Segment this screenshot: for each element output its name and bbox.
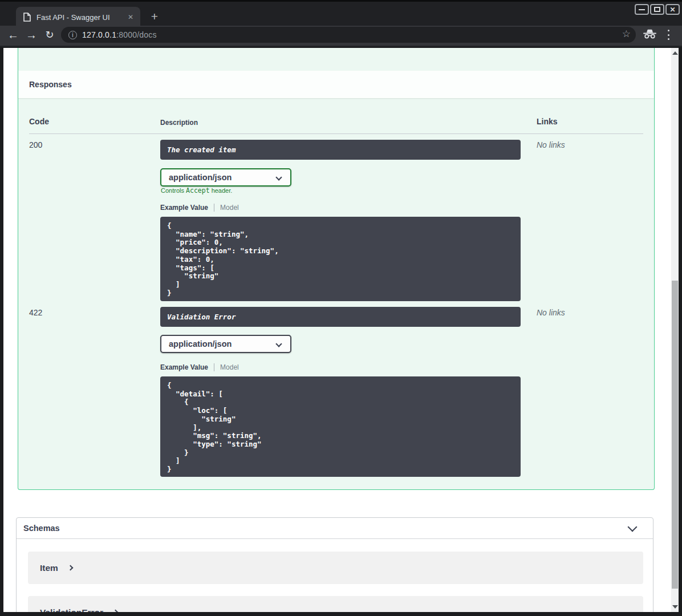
example-json-code: { "name": "string", "price": 0, "descrip… [167, 222, 521, 297]
tab-separator [214, 204, 214, 212]
bookmark-star-icon[interactable]: ☆ [622, 28, 631, 40]
example-json-422: { "detail": [ { "loc": [ "string" ], "ms… [160, 376, 521, 477]
example-model-tabs-422: Example Value Model [160, 363, 239, 371]
column-header-description: Description [160, 119, 198, 127]
browser-menu-button[interactable] [665, 30, 672, 40]
tab-separator [214, 363, 214, 371]
note-accept-code: Accept [186, 187, 210, 194]
response-description-422: Validation Error [160, 307, 521, 327]
chevron-down-icon [275, 341, 282, 347]
schemas-header[interactable]: Schemas [17, 518, 653, 539]
response-code-200: 200 [29, 140, 42, 149]
tab-example-value[interactable]: Example Value [160, 204, 208, 212]
window-minimize-button[interactable] [635, 4, 649, 15]
scrollbar-thumb[interactable] [672, 281, 678, 589]
site-info-icon[interactable]: i [68, 31, 77, 39]
controls-accept-note: Controls Accept header. [161, 187, 232, 194]
model-item[interactable]: Item [28, 552, 643, 584]
window-maximize-button[interactable] [650, 4, 664, 15]
forward-button[interactable]: → [24, 27, 39, 42]
browser-tab[interactable]: Fast API - Swagger UI ✕ [16, 7, 140, 27]
chevron-down-icon [275, 174, 282, 180]
tab-close-icon[interactable]: ✕ [125, 12, 136, 22]
page-scrollbar[interactable] [671, 48, 679, 612]
response-code-422: 422 [29, 308, 42, 317]
page-content: Responses Code Description Links 200 The… [3, 48, 679, 612]
schemas-title: Schemas [23, 524, 60, 533]
example-json-200: { "name": "string", "price": 0, "descrip… [160, 217, 521, 301]
media-type-value: application/json [169, 173, 232, 182]
tab-strip: Fast API - Swagger UI ✕ + ✕ [0, 0, 682, 26]
tab-example-value[interactable]: Example Value [160, 363, 208, 371]
column-header-code: Code [29, 117, 49, 126]
tab-model[interactable]: Model [220, 204, 239, 212]
example-json-code: { "detail": [ { "loc": [ "string" ], "ms… [167, 382, 521, 474]
scrollbar-down-arrow[interactable] [672, 605, 678, 609]
media-type-select-422[interactable]: application/json [160, 335, 291, 353]
maximize-icon [654, 7, 660, 12]
new-tab-button[interactable]: + [146, 8, 163, 25]
model-item-label: Item [40, 563, 58, 573]
minimize-icon [639, 9, 645, 10]
page-favicon-icon [23, 13, 31, 22]
tab-model[interactable]: Model [220, 363, 239, 371]
media-type-select-200[interactable]: application/json [160, 168, 291, 187]
back-button[interactable]: ← [6, 27, 21, 42]
chevron-down-icon[interactable] [628, 522, 638, 532]
chevron-right-icon [67, 565, 73, 571]
post-opblock: Responses Code Description Links 200 The… [18, 48, 655, 490]
table-header-rule [29, 133, 643, 134]
url-host: 127.0.0.1 [82, 30, 116, 39]
note-part: header. [210, 187, 233, 194]
tab-title: Fast API - Swagger UI [36, 13, 125, 22]
responses-title: Responses [29, 80, 72, 89]
scrollbar-up-arrow[interactable] [672, 51, 678, 55]
url-text: 127.0.0.1:8000/docs [82, 30, 157, 39]
model-validationerror[interactable]: ValidationError [28, 596, 643, 612]
note-part: Controls [161, 187, 186, 194]
responses-header: Responses [18, 71, 654, 98]
media-type-value: application/json [169, 339, 232, 348]
reload-button[interactable]: ↻ [42, 27, 57, 42]
chevron-right-icon [113, 610, 119, 612]
incognito-icon [642, 29, 657, 41]
address-bar[interactable]: i 127.0.0.1:8000/docs ☆ [61, 27, 636, 43]
response-description-200: The created item [160, 140, 521, 160]
schemas-section: Schemas Item ValidationError [16, 517, 653, 612]
column-header-links: Links [537, 117, 558, 126]
links-cell-200: No links [537, 140, 565, 149]
example-model-tabs-200: Example Value Model [160, 204, 239, 212]
window-close-button[interactable]: ✕ [665, 4, 680, 15]
model-validationerror-label: ValidationError [40, 607, 103, 613]
links-cell-422: No links [537, 308, 565, 317]
url-path: :8000/docs [116, 30, 157, 39]
